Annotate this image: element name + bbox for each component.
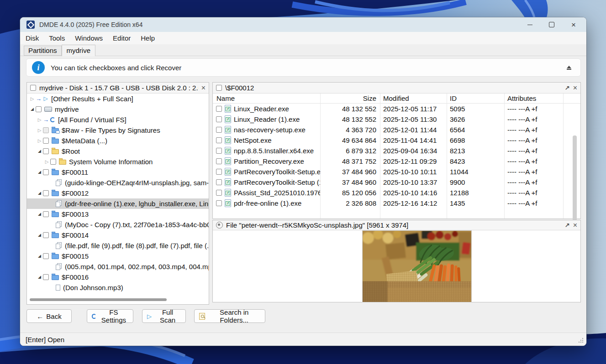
horizontal-scrollbar[interactable] (27, 298, 209, 302)
tree-item[interactable]: (pdr-free-online (1).exe, lghub_installe… (27, 198, 209, 209)
scrollbar-thumb[interactable] (30, 298, 167, 301)
file-row[interactable]: Linux_Reader (1).exe48 132 5522025-12-05… (213, 114, 580, 125)
tree-panel-close-icon[interactable]: × (201, 84, 206, 92)
full-scan-button[interactable]: ▷ Full Scan (142, 309, 186, 323)
tree-item[interactable]: ▷$MetaData (...) (27, 135, 209, 146)
popout-icon[interactable]: ↗ (565, 85, 570, 91)
exe-file-icon (225, 157, 231, 165)
fs-settings-button[interactable]: FS Settings (87, 309, 133, 323)
search-in-folders-button[interactable]: Search in Folders... (194, 309, 265, 323)
file-row[interactable]: PartRecoveryToolkit-Setup (1...37 484 96… (213, 177, 580, 187)
menu-editor[interactable]: Editor (108, 34, 136, 42)
menu-help[interactable]: Help (136, 34, 160, 42)
tree-item[interactable]: (Don Johnson.mp3) (27, 282, 209, 293)
file-row[interactable]: NetSpot.exe49 634 8642025-11-04 14:41669… (213, 135, 580, 146)
resize-grip[interactable] (579, 338, 584, 343)
file-row[interactable]: Linux_Reader.exe48 132 5522025-12-05 11:… (213, 104, 580, 114)
column-header-modified[interactable]: Modified (380, 94, 447, 102)
tree-expander-icon[interactable]: ◢ (36, 211, 43, 218)
tree-item[interactable]: ◢$F00016 (27, 272, 209, 282)
info-icon: i (32, 61, 45, 74)
tree-expander-icon[interactable]: ◢ (36, 169, 43, 176)
tree-item[interactable]: ▷→▷[Other Results + Full Scan] (27, 94, 209, 104)
file-row[interactable]: nas-recovery-setup.exe4 363 7202025-12-0… (213, 125, 580, 135)
tree-item[interactable]: ◢$F00011 (27, 167, 209, 177)
tree-item[interactable]: ◢$F00012 (27, 188, 209, 198)
tree-checkbox[interactable] (43, 127, 49, 133)
tree-expander-icon[interactable]: ◢ (36, 148, 43, 155)
back-button[interactable]: ← Back (26, 309, 72, 323)
minimize-button[interactable] (519, 17, 541, 32)
file-panel-checkbox[interactable] (216, 85, 222, 91)
tree-item[interactable]: (file.pdf, file (9).pdf, file (8).pdf, f… (27, 240, 209, 251)
file-checkbox[interactable] (216, 106, 222, 112)
tree-expander-icon[interactable]: ▷ (36, 137, 43, 144)
tree-checkbox[interactable] (43, 169, 49, 175)
tree-expander-icon[interactable]: ◢ (36, 232, 43, 239)
tree-expander-icon[interactable]: ▷ (36, 127, 43, 134)
file-checkbox[interactable] (216, 190, 222, 196)
menu-tools[interactable]: Tools (44, 34, 70, 42)
tree-checkbox[interactable] (50, 159, 56, 165)
file-row[interactable]: npp.8.8.5.Installer.x64.exe6 879 3122025… (213, 146, 580, 156)
tree-expander-icon[interactable]: ◢ (36, 190, 43, 197)
tree-checkbox[interactable] (43, 274, 49, 280)
maximize-button[interactable] (541, 17, 563, 32)
tree-item[interactable]: (MyDoc - Copy (7).txt, 22f70e1a-1853-4a4… (27, 219, 209, 230)
tree-expander-icon[interactable]: ▷ (36, 116, 43, 123)
close-button[interactable]: × (563, 17, 585, 32)
file-row[interactable]: pdr-free-online (1).exe2 326 8082025-12-… (213, 198, 580, 208)
tree-item[interactable]: (guido-klinge-OEHZaqr4rIM-unsplash.jpg, … (27, 177, 209, 188)
file-checkbox[interactable] (216, 116, 222, 122)
file-row[interactable]: PartRecoveryToolkit-Setup.exe37 484 9602… (213, 166, 580, 177)
tree-expander-icon[interactable]: ▷ (29, 95, 36, 102)
tab-partitions[interactable]: Partitions (24, 46, 62, 56)
column-header-size[interactable]: Size (320, 94, 380, 102)
popout-icon[interactable]: ↗ (565, 222, 570, 228)
tree-checkbox[interactable] (43, 190, 49, 196)
tree-item[interactable]: ◢$Root (27, 146, 209, 156)
tree-expander-icon[interactable]: ◢ (29, 106, 36, 113)
file-checkbox[interactable] (216, 127, 222, 133)
tree-item[interactable]: ◢$F00014 (27, 230, 209, 240)
file-panel-close-icon[interactable]: × (573, 84, 577, 92)
file-checkbox[interactable] (216, 148, 222, 154)
tab-mydrive[interactable]: mydrive (62, 45, 96, 56)
tree-checkbox[interactable] (43, 253, 49, 259)
column-divider (563, 94, 564, 218)
tree-expander-icon[interactable]: ◢ (36, 253, 43, 260)
tree-item[interactable]: ▷$Raw - File Types by Signatures (27, 125, 209, 135)
tree-item[interactable]: ◢$F00015 (27, 251, 209, 261)
tree-checkbox[interactable] (43, 211, 49, 217)
file-checkbox[interactable] (216, 137, 222, 143)
tree-checkbox[interactable] (36, 106, 42, 112)
folder-blue-icon (52, 139, 59, 144)
tree-item[interactable]: ◢mydrive (27, 104, 209, 114)
close-icon: × (571, 21, 576, 29)
tree-item[interactable]: ▷System Volume Information (27, 156, 209, 167)
tree-expander-icon[interactable]: ▷ (43, 158, 50, 165)
column-header-id[interactable]: ID (447, 94, 504, 102)
vertical-scrollbar[interactable] (573, 135, 577, 232)
tree-checkbox[interactable] (43, 232, 49, 238)
file-checkbox[interactable] (216, 179, 222, 185)
tree-checkbox[interactable] (43, 138, 49, 144)
eject-button[interactable] (563, 66, 575, 70)
tree-item[interactable]: (005.mp4, 001.mp4, 002.mp4, 003.mp4, 004… (27, 261, 209, 272)
tree-item[interactable]: ▷→[All Found / Virtual FS] (27, 114, 209, 125)
file-checkbox[interactable] (216, 200, 222, 206)
file-checkbox[interactable] (216, 158, 222, 164)
file-row[interactable]: PAssist_Std_20251010.19765...85 120 0562… (213, 187, 580, 198)
preview-panel-close-icon[interactable]: × (573, 222, 577, 229)
column-header-attributes[interactable]: Attributes (504, 94, 580, 102)
tree-item[interactable]: ◢$F00013 (27, 209, 209, 219)
menu-windows[interactable]: Windows (70, 34, 108, 42)
tree-expander-icon[interactable]: ◢ (36, 274, 43, 281)
file-checkbox[interactable] (216, 169, 222, 175)
file-name-cell: nas-recovery-setup.exe (213, 126, 320, 134)
tree-checkbox[interactable] (43, 148, 49, 154)
tree-panel-checkbox[interactable] (30, 85, 36, 91)
file-row[interactable]: Partition_Recovery.exe48 371 7522025-12-… (213, 156, 580, 166)
menu-disk[interactable]: Disk (21, 34, 44, 42)
column-header-name[interactable]: Name (213, 94, 320, 102)
